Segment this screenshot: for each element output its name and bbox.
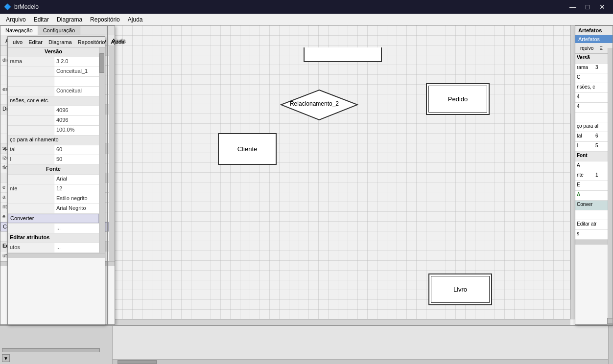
second-menu-repositorio[interactable]: Repositório [75,39,108,46]
second-panel-content: Versão rama 3.2.0 Conceitual_1 Conceitua… [8,47,105,253]
bottom-canvas-preview [113,326,608,359]
tab-navegacao[interactable]: Navegação [0,26,38,35]
s2-converter-button[interactable]: Converter [8,214,99,223]
s2-hscrollbar[interactable] [8,253,105,258]
menu-diagrama[interactable]: Diagrama [53,14,86,25]
entity-pedido[interactable]: Pedido [426,83,490,115]
bottom-right-vscrollbar[interactable] [608,326,613,364]
panel-tabs: Navegação Configuração [0,26,115,35]
bottom-bar: ▼ [0,325,613,364]
menu-arquivo[interactable]: Arquivo [2,14,30,25]
window-controls: — □ ✕ [566,1,609,12]
artefatos-menu: rquivo E [575,43,613,54]
canvas-hscrollbar[interactable] [113,319,570,325]
scroll-corner [607,318,613,324]
bottom-left-hscrollbar[interactable] [2,348,100,352]
outer-wrapper: Cliente Pedido Livro Relacionamento_2 [0,25,613,364]
app-icon: 🔷 [4,3,11,10]
entity-livro[interactable]: Livro [428,273,492,305]
entity-pedido-label: Pedido [448,95,468,103]
bottom-left-toggle[interactable]: ▼ [2,354,10,362]
canvas-area[interactable]: Cliente Pedido Livro Relacionamento_2 [113,25,576,325]
menu-ajuda[interactable]: Ajuda [124,14,147,25]
artefatos-tab[interactable]: Artefatos [575,35,613,43]
hscroll-thumb[interactable] [118,360,157,364]
panel-separator [107,25,108,325]
second-menu-editar[interactable]: Editar [25,39,46,46]
title-bar: 🔷 brModelo — □ ✕ [0,0,613,14]
art-menu-e[interactable]: E [596,45,606,51]
menu-editar[interactable]: Editar [30,14,53,25]
art-vscrollbar[interactable] [608,48,613,319]
second-panel: uivo Editar Diagrama Repositório Ajuda V… [7,36,105,325]
art-menu-arquivo[interactable]: rquivo [577,45,596,51]
entity-cliente[interactable]: Cliente [218,133,277,165]
bottom-left-panel: ▼ [0,326,113,364]
menu-bar: Arquivo Editar Diagrama Repositório Ajud… [0,14,613,25]
entity-livro-label: Livro [453,286,467,293]
bottom-right-panel [113,326,608,364]
s2-converter-row[interactable]: Converter [8,214,99,224]
close-button[interactable]: ✕ [595,1,609,12]
second-menu-ajuda[interactable]: Ajuda [108,39,127,46]
menu-repositorio[interactable]: Repositório [86,14,124,25]
panel-vscrollbar[interactable] [109,46,115,261]
partial-entity[interactable] [304,47,382,62]
bottom-hscrollbar[interactable] [113,359,608,364]
main-area: Cliente Pedido Livro Relacionamento_2 [0,25,613,364]
artefatos-header: Artefatos [575,26,613,35]
s2-conceitual: Conceitual_1 [54,67,99,76]
entity-cliente-label: Cliente [237,145,257,153]
tab-configuracao[interactable]: Configuração [38,26,80,35]
relationship-relacionamento2[interactable]: Relacionamento_2 [280,89,349,118]
s2-empty [8,67,54,76]
app-title: brModelo [14,3,39,10]
minimize-button[interactable]: — [566,1,580,12]
second-menu-arquivo[interactable]: uivo [10,39,25,46]
s2-vscrollbar[interactable] [99,47,105,253]
s2-version: 3.2.0 [54,57,99,67]
canvas[interactable]: Cliente Pedido Livro Relacionamento_2 [113,25,576,325]
s2-edit-attr[interactable]: Editar atributos [8,233,99,243]
artefatos-rows: Versã rama3 C nsões, c 4 4 ço para al ta… [575,54,613,240]
maximize-button[interactable]: □ [581,1,594,12]
second-menu-diagrama[interactable]: Diagrama [46,39,75,46]
art-hscrollbar[interactable] [575,240,613,245]
s2-rama: rama [8,57,54,67]
right-artefatos-panel: Artefatos Artefatos rquivo E Versã rama3… [575,25,613,325]
second-panel-menu: uivo Editar Diagrama Repositório Ajuda [8,37,105,47]
relationship-label: Relacionamento_2 [290,100,339,107]
second-panel-grid: Versão rama 3.2.0 Conceitual_1 Conceitua… [8,47,99,253]
